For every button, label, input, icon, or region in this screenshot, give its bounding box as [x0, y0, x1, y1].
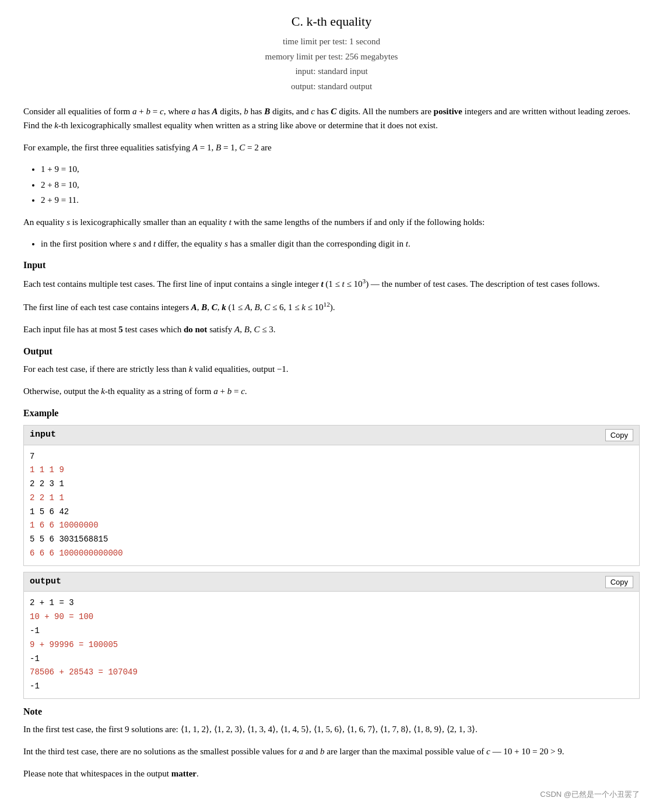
output-line: 10 + 90 = 100: [30, 610, 633, 624]
input-heading: Input: [23, 258, 640, 272]
problem-example-intro: For example, the first three equalities …: [23, 140, 640, 154]
output-line: -1: [30, 624, 633, 638]
output-box: output Copy 2 + 1 = 310 + 90 = 100-19 + …: [23, 572, 640, 699]
lex-rule-list: in the first position where s and t diff…: [41, 237, 640, 251]
input-line: 2 2 3 1: [30, 477, 633, 491]
output-line: 78506 + 28543 = 107049: [30, 666, 633, 680]
footer: CSDN @已然是一个小丑罢了: [23, 789, 640, 800]
note-heading: Note: [23, 705, 640, 719]
input-line: 5 5 6 3031568815: [30, 533, 633, 547]
problem-statement-1: Consider all equalities of form a + b = …: [23, 104, 640, 132]
input-desc-2: The first line of each test case contain…: [23, 299, 640, 314]
output-desc-2: Otherwise, output the k-th equality as a…: [23, 384, 640, 398]
output-line: 9 + 99996 = 100005: [30, 638, 633, 652]
lex-def: An equality s is lexicographically small…: [23, 215, 640, 229]
example-section: Example input Copy 71 1 1 92 2 3 12 2 1 …: [23, 406, 640, 699]
meta-info: time limit per test: 1 second memory lim…: [23, 34, 640, 94]
output-box-label: output: [30, 575, 61, 589]
copy-input-button[interactable]: Copy: [605, 429, 633, 441]
example-item-1: 1 + 9 = 10,: [41, 163, 640, 176]
output-box-header: output Copy: [24, 572, 639, 592]
input-type: input: standard input: [23, 64, 640, 79]
input-section: Input Each test contains multiple test c…: [23, 258, 640, 336]
note-section: Note In the first test case, the first 9…: [23, 705, 640, 781]
note-text-3: Please note that whitespaces in the outp…: [23, 767, 640, 781]
note-text-2: Int the third test case, there are no so…: [23, 744, 640, 758]
time-limit: time limit per test: 1 second: [23, 34, 640, 50]
input-box-label: input: [30, 428, 56, 442]
output-box-body: 2 + 1 = 310 + 90 = 100-19 + 99996 = 1000…: [24, 592, 639, 698]
note-text-1: In the first test case, the first 9 solu…: [23, 722, 640, 736]
example-item-3: 2 + 9 = 11.: [41, 194, 640, 207]
output-heading: Output: [23, 345, 640, 358]
input-line: 2 2 1 1: [30, 491, 633, 505]
example-list: 1 + 9 = 10, 2 + 8 = 10, 2 + 9 = 11.: [41, 163, 640, 207]
copy-output-button[interactable]: Copy: [605, 576, 633, 588]
input-line: 7: [30, 450, 633, 464]
input-box: input Copy 71 1 1 92 2 3 12 2 1 11 5 6 4…: [23, 425, 640, 566]
input-desc-1: Each test contains multiple test cases. …: [23, 276, 640, 291]
memory-limit: memory limit per test: 256 megabytes: [23, 50, 640, 65]
input-line: 6 6 6 1000000000000: [30, 547, 633, 561]
output-section: Output For each test case, if there are …: [23, 345, 640, 398]
output-type: output: standard output: [23, 79, 640, 94]
lex-rule-item: in the first position where s and t diff…: [41, 237, 640, 251]
input-line: 1 1 1 9: [30, 463, 633, 477]
input-line: 1 5 6 42: [30, 505, 633, 519]
output-line: 2 + 1 = 3: [30, 596, 633, 610]
input-box-body: 71 1 1 92 2 3 12 2 1 11 5 6 421 6 6 1000…: [24, 445, 639, 565]
output-desc-1: For each test case, if there are strictl…: [23, 362, 640, 376]
page-title: C. k-th equality: [23, 12, 640, 31]
output-line: -1: [30, 680, 633, 694]
input-desc-3: Each input file has at most 5 test cases…: [23, 322, 640, 336]
example-item-2: 2 + 8 = 10,: [41, 178, 640, 192]
example-heading: Example: [23, 406, 640, 420]
input-line: 1 6 6 10000000: [30, 519, 633, 533]
input-box-header: input Copy: [24, 426, 639, 445]
output-line: -1: [30, 652, 633, 666]
